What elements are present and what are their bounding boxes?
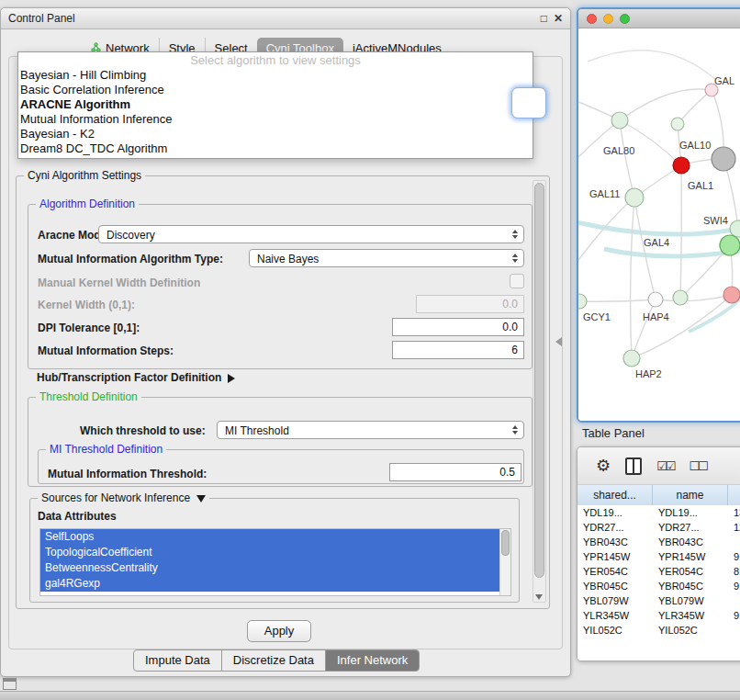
network-node[interactable] [623, 350, 640, 367]
table-cell: YBR045C [577, 581, 653, 592]
mi-steps-field[interactable]: 6 [392, 341, 524, 359]
network-node[interactable] [648, 292, 663, 307]
scrollbar-thumb[interactable] [534, 183, 544, 578]
table-cell: YPR145W [577, 551, 653, 562]
network-edge[interactable] [678, 90, 712, 124]
algorithm-option[interactable]: Bayesian - K2 [18, 127, 533, 141]
network-node[interactable] [671, 118, 684, 130]
table-row[interactable]: YDR27...YDR27...12 [577, 520, 740, 535]
algorithm-option[interactable]: Mutual Information Inference [18, 112, 533, 127]
algorithm-option[interactable]: Basic Correlation Inference [18, 83, 533, 97]
column-header[interactable]: shared... [577, 485, 653, 505]
table-cell: YBR045C [653, 581, 728, 592]
algorithm-option[interactable]: ARACNE Algorithm [18, 97, 533, 112]
settings-scrollbar[interactable] [533, 180, 546, 603]
table-row[interactable]: YPR145WYPR145W9. [577, 549, 740, 564]
column-header[interactable] [728, 485, 740, 505]
network-node[interactable] [673, 157, 690, 174]
close-traffic-light[interactable] [587, 14, 597, 24]
scrollbar-thumb[interactable] [501, 530, 510, 556]
table-panel-window: ⚙ ☑☑ ☐☐ shared...name YDL19...YDL19...13… [577, 446, 740, 661]
network-node[interactable] [625, 188, 644, 207]
network-node[interactable] [673, 290, 688, 305]
data-attribute-item[interactable]: gal4RGexp [40, 576, 499, 592]
which-threshold-select[interactable]: MI Threshold [217, 421, 524, 439]
scrollbar-down-arrow-icon[interactable] [535, 594, 543, 600]
network-node[interactable] [712, 147, 735, 171]
selected-value: Discovery [107, 229, 155, 242]
table-row[interactable]: YDL19...YDL19...13 [577, 505, 740, 520]
which-threshold-label: Which threshold to use: [80, 424, 206, 437]
control-panel-titlebar[interactable]: Control Panel □ ✕ [1, 8, 570, 29]
aracne-mode-select[interactable]: Discovery [98, 225, 524, 243]
algorithm-option[interactable]: Bayesian - Hill Climbing [18, 68, 533, 83]
dropdown-placeholder: Select algorithm to view settings [18, 52, 533, 68]
chevron-right-icon [228, 374, 235, 383]
select-all-rows-icon[interactable]: ☑☑ [656, 459, 674, 473]
desktop-bottom-strip [0, 691, 740, 700]
network-edge[interactable] [656, 295, 732, 301]
algorithm-option[interactable]: Dream8 DC_TDC Algorithm [18, 141, 533, 156]
table-row[interactable]: YIL052CYIL052C [577, 623, 740, 638]
network-edge[interactable] [579, 299, 656, 301]
data-attribute-item[interactable]: BetweennessCentrality [40, 560, 499, 576]
data-attribute-item[interactable]: TopologicalCoefficient [40, 545, 499, 560]
group-title: Cyni Algorithm Settings [24, 169, 145, 182]
network-node[interactable] [730, 220, 740, 237]
column-header[interactable]: name [653, 485, 728, 505]
network-node[interactable] [578, 294, 587, 309]
table-cell: YLR345W [653, 610, 728, 621]
close-icon[interactable]: ✕ [554, 13, 563, 24]
table-cell: YDR27... [653, 522, 728, 533]
table-cell: YIL052C [577, 625, 653, 636]
sources-group: Sources for Network Inference Data Attri… [29, 498, 520, 603]
float-window-icon[interactable]: □ [541, 13, 547, 24]
table-cell: 13 [728, 507, 740, 518]
network-edge[interactable] [680, 165, 681, 298]
hub-definition-toggle[interactable]: Hub/Transcription Factor Definition [37, 371, 235, 384]
columns-icon[interactable] [625, 457, 642, 475]
table-cell: 12 [728, 522, 740, 533]
data-attribute-item[interactable]: SelfLoops [40, 529, 499, 545]
sources-toggle[interactable]: Sources for Network Inference [38, 491, 209, 504]
gear-icon[interactable]: ⚙ [596, 457, 611, 474]
network-edge[interactable] [604, 247, 740, 256]
list-scrollbar[interactable] [499, 529, 510, 595]
manual-kernel-width-checkbox[interactable] [510, 274, 524, 288]
network-edge[interactable] [620, 120, 634, 198]
network-node[interactable] [611, 112, 628, 129]
table-row[interactable]: YBR043CYBR043C [577, 535, 740, 549]
mi-algorithm-type-select[interactable]: Naive Bayes [249, 249, 524, 267]
network-node[interactable] [720, 235, 740, 255]
table-row[interactable]: YBR045CYBR045C9. [577, 579, 740, 593]
network-edge[interactable] [634, 198, 656, 299]
data-attributes-list[interactable]: SelfLoopsTopologicalCoefficientBetweenne… [39, 528, 511, 596]
mi-threshold-field[interactable]: 0.5 [389, 463, 521, 481]
table-row[interactable]: YLR345WYLR345W9. [577, 608, 740, 623]
deselect-all-rows-icon[interactable]: ☐☐ [689, 459, 706, 473]
network-edge[interactable] [620, 89, 712, 120]
zoom-traffic-light[interactable] [620, 14, 630, 24]
dpi-tolerance-field[interactable]: 0.0 [392, 318, 524, 336]
tab-impute-data[interactable]: Impute Data [134, 650, 222, 671]
tab-discretize-data[interactable]: Discretize Data [222, 650, 326, 671]
minimize-traffic-light[interactable] [603, 14, 613, 24]
network-edge[interactable] [588, 51, 716, 80]
table-row[interactable]: YBL079WYBL079W [577, 593, 740, 608]
network-window-titlebar[interactable] [578, 9, 740, 28]
network-node[interactable] [723, 287, 740, 303]
table-cell: 9. [728, 551, 740, 562]
network-canvas[interactable]: GALGAL80GAL10GAL11GAL1SWI4GAL4GCY1HAP4HA… [578, 28, 740, 421]
window-title: Control Panel [8, 12, 75, 25]
restore-panel-icon[interactable] [3, 678, 17, 690]
tab-infer-network[interactable]: Infer Network [326, 650, 419, 671]
network-edge[interactable] [631, 198, 634, 358]
table-row[interactable]: YER054CYER054C8. [577, 564, 740, 579]
apply-button[interactable]: Apply [247, 620, 311, 642]
algorithm-dropdown-list[interactable]: Select algorithm to view settingsBayesia… [17, 51, 533, 159]
table-cell: YBL079W [577, 595, 653, 606]
cyni-bottom-tabbar: Impute Data Discretize Data Infer Networ… [133, 649, 420, 672]
algorithm-combobox[interactable] [511, 87, 546, 119]
kernel-width-field: 0.0 [416, 295, 524, 313]
panel-splitter-collapse-icon[interactable] [555, 337, 562, 346]
